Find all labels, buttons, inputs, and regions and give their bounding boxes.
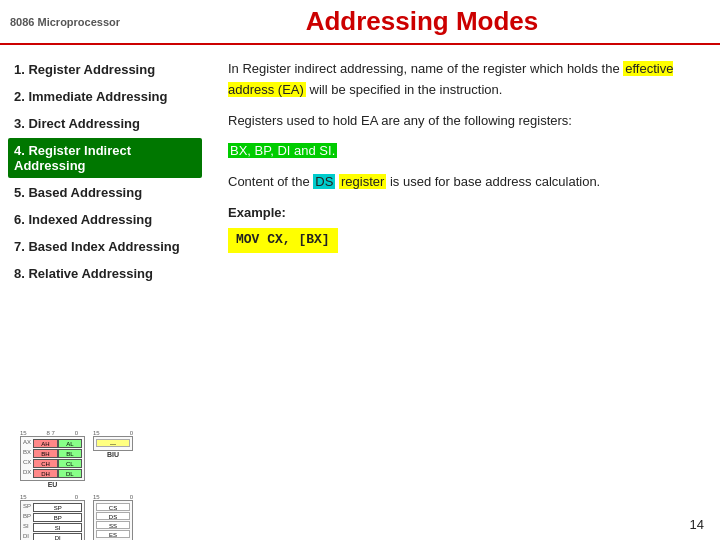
registers-highlight: BX, BP, DI and SI. <box>228 143 337 158</box>
biu-diagram-bottom: 150 CS DS SS ES BIU <box>93 494 133 540</box>
eu-diagram-2: 150 SP SP BP BP SI SI DI DI <box>20 494 85 540</box>
content-area: In Register indirect addressing, name of… <box>210 45 720 535</box>
page-number: 14 <box>690 517 704 532</box>
eu-diagram: 158 70 AX AH AL BX BH BL CX CH CL <box>20 430 85 488</box>
register-highlight: register <box>339 174 386 189</box>
example-label: Example: <box>228 203 702 224</box>
sidebar-item-indexed[interactable]: 6. Indexed Addressing <box>8 207 202 232</box>
sidebar-item-relative[interactable]: 8. Relative Addressing <box>8 261 202 286</box>
diagram-area: 158 70 AX AH AL BX BH BL CX CH CL <box>20 430 180 520</box>
example-block: Example: MOV CX, [BX] <box>228 203 702 253</box>
logo-text: 8086 Microprocessor <box>10 16 120 28</box>
ds-highlight: DS <box>313 174 335 189</box>
sidebar-item-based-index[interactable]: 7. Based Index Addressing <box>8 234 202 259</box>
biu-diagram-top: 150 — BIU <box>93 430 133 488</box>
sidebar-item-direct[interactable]: 3. Direct Addressing <box>8 111 202 136</box>
sidebar-item-immediate[interactable]: 2. Immediate Addressing <box>8 84 202 109</box>
logo: 8086 Microprocessor <box>10 16 140 28</box>
para3-text-before: Content of the <box>228 174 313 189</box>
code-example: MOV CX, [BX] <box>228 228 338 253</box>
paragraph-1: In Register indirect addressing, name of… <box>228 59 702 101</box>
sidebar-item-register-indirect[interactable]: 4. Register Indirect Addressing <box>8 138 202 178</box>
para1-text-before: In Register indirect addressing, name of… <box>228 61 623 76</box>
para1-text-after: will be specified in the instruction. <box>306 82 503 97</box>
sidebar-item-register[interactable]: 1. Register Addressing <box>8 57 202 82</box>
para2-text: Registers used to hold EA are any of the… <box>228 113 572 128</box>
paragraph-3: Content of the DS register is used for b… <box>228 172 702 193</box>
registers-block: BX, BP, DI and SI. <box>228 141 702 162</box>
sidebar-item-based[interactable]: 5. Based Addressing <box>8 180 202 205</box>
para3-text-after: is used for base address calculation. <box>386 174 600 189</box>
page-title: Addressing Modes <box>140 6 704 37</box>
paragraph-2: Registers used to hold EA are any of the… <box>228 111 702 132</box>
